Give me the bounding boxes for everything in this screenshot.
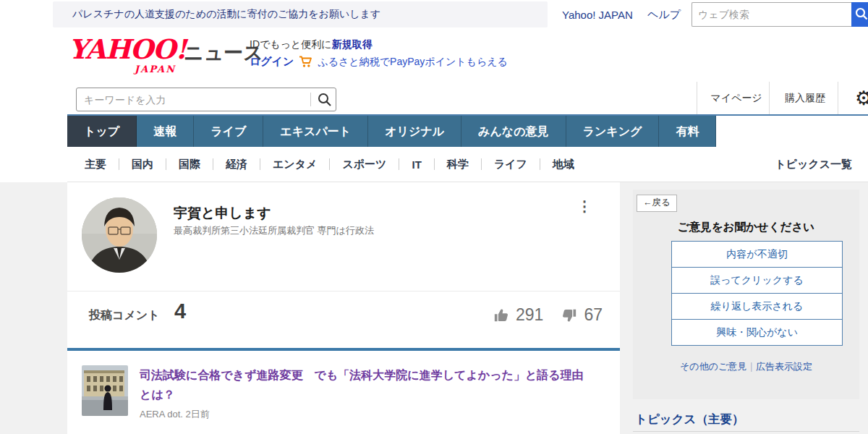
tab-expert[interactable]: エキスパート bbox=[263, 116, 368, 147]
section-accent-divider bbox=[67, 348, 620, 351]
feedback-heading: ご意見をお聞かせください bbox=[633, 220, 859, 235]
topics-divider bbox=[633, 431, 859, 432]
category-subnav: 主要 国内 国際 経済 エンタメ スポーツ IT 科学 ライフ 地域 トピックス… bbox=[67, 147, 868, 182]
subnav-divider bbox=[260, 158, 260, 170]
thumbs-down-icon bbox=[561, 307, 577, 323]
register-link[interactable]: 新規取得 bbox=[332, 38, 373, 50]
topics-main-heading[interactable]: トピックス（主要） bbox=[635, 412, 744, 427]
keyword-search-icon[interactable] bbox=[317, 92, 332, 107]
subnav-region[interactable]: 地域 bbox=[553, 158, 574, 171]
tab-paid[interactable]: 有料 bbox=[659, 116, 716, 147]
tab-live[interactable]: ライブ bbox=[194, 116, 263, 147]
purchase-history-link[interactable]: 購入履歴 bbox=[773, 82, 838, 115]
feedback-options: 内容が不適切 誤ってクリックする 繰り返し表示される 興味・関心がない bbox=[671, 241, 843, 346]
id-promo-text: IDでもっと便利に bbox=[250, 38, 332, 50]
ad-feedback-panel: ←戻る ご意見をお聞かせください 内容が不適切 誤ってクリックする 繰り返し表示… bbox=[633, 190, 859, 399]
subnav-domestic[interactable]: 国内 bbox=[132, 158, 153, 171]
feedback-footer-links: その他のご意見｜広告表示設定 bbox=[633, 360, 859, 373]
header-divider bbox=[697, 82, 697, 115]
tab-flash[interactable]: 速報 bbox=[137, 116, 194, 147]
card-divider bbox=[67, 291, 620, 292]
subnav-main[interactable]: 主要 bbox=[85, 158, 106, 171]
feedback-option-misclick[interactable]: 誤ってクリックする bbox=[671, 267, 843, 294]
subnav-divider bbox=[399, 158, 399, 170]
tab-ranking[interactable]: ランキング bbox=[566, 116, 660, 147]
main-tabbar: トップ 速報 ライブ エキスパート オリジナル みんなの意見 ランキング 有料 bbox=[67, 116, 716, 147]
article-title-link[interactable]: 司法試験に合格できず進路変更 でも「法科大学院に進学してよかった」と語る理由とは… bbox=[140, 365, 592, 404]
keyword-search-input[interactable] bbox=[76, 88, 336, 111]
subnav-divider bbox=[213, 158, 213, 170]
article-source-name: AERA dot. bbox=[140, 409, 183, 420]
reaction-totals: 291 67 bbox=[67, 305, 603, 325]
tab-top[interactable]: トップ bbox=[67, 116, 137, 147]
login-link[interactable]: ログイン bbox=[250, 55, 294, 69]
yahoo-logo[interactable]: YAHOO! bbox=[69, 33, 186, 65]
dislikes-count: 67 bbox=[584, 305, 603, 325]
header-divider bbox=[769, 82, 770, 115]
back-button[interactable]: ←戻る bbox=[637, 195, 677, 212]
paypay-promo-link[interactable]: ふるさと納税でPayPayポイントもらえる bbox=[318, 56, 508, 69]
ad-settings-link[interactable]: 広告表示設定 bbox=[756, 361, 812, 372]
donation-banner[interactable]: パレスチナの人道支援のための活動に寄付のご協力をお願いします bbox=[53, 1, 548, 27]
kebab-menu-icon[interactable]: ⋮ bbox=[574, 195, 595, 217]
article-thumbnail[interactable] bbox=[82, 365, 128, 416]
article-age: 2日前 bbox=[186, 409, 210, 420]
search-icon bbox=[854, 7, 868, 23]
subnav-divider bbox=[434, 158, 435, 170]
subnav-divider bbox=[166, 158, 166, 170]
login-row: ログイン ふるさと納税でPayPayポイントもらえる bbox=[250, 55, 508, 69]
help-link[interactable]: ヘルプ bbox=[647, 0, 681, 29]
avatar bbox=[82, 197, 157, 273]
commenter-profile-card: 宇賀と申します 最高裁判所第三小法廷所属裁判官 専門は行政法 ⋮ 投稿コメント … bbox=[67, 182, 620, 434]
id-promo: IDでもっと便利に新規取得 bbox=[250, 38, 373, 51]
feedback-links-divider: ｜ bbox=[746, 361, 756, 372]
web-search-button[interactable] bbox=[851, 2, 868, 27]
subnav-world[interactable]: 国際 bbox=[179, 158, 200, 171]
tab-opinions[interactable]: みんなの意見 bbox=[461, 116, 566, 147]
subnav-sports[interactable]: スポーツ bbox=[342, 158, 386, 171]
subnav-divider bbox=[481, 158, 482, 170]
gear-icon[interactable]: ⚙ bbox=[849, 84, 868, 113]
thumbs-up-icon bbox=[493, 307, 509, 323]
web-search-input[interactable] bbox=[692, 2, 851, 27]
search-input-divider bbox=[310, 93, 311, 106]
article-source: AERA dot. 2日前 bbox=[140, 408, 210, 421]
subnav-divider bbox=[119, 158, 119, 170]
subnav-science[interactable]: 科学 bbox=[447, 158, 469, 171]
tab-original[interactable]: オリジナル bbox=[368, 116, 461, 147]
commenter-description: 最高裁判所第三小法廷所属裁判官 専門は行政法 bbox=[174, 224, 374, 237]
commenter-name: 宇賀と申します bbox=[174, 204, 271, 223]
subnav-divider bbox=[329, 158, 330, 170]
subnav-economy[interactable]: 経済 bbox=[226, 158, 247, 171]
yahoo-japan-link[interactable]: Yahoo! JAPAN bbox=[562, 0, 633, 29]
other-feedback-link[interactable]: その他のご意見 bbox=[680, 361, 746, 372]
yahoo-logo-japan: JAPAN bbox=[135, 64, 176, 75]
likes-count: 291 bbox=[516, 305, 543, 325]
header-divider bbox=[838, 82, 838, 115]
topics-list-link[interactable]: トピックス一覧 bbox=[775, 158, 868, 171]
subnav-it[interactable]: IT bbox=[412, 158, 421, 171]
feedback-option-inappropriate[interactable]: 内容が不適切 bbox=[671, 241, 843, 268]
subnav-divider bbox=[540, 158, 540, 170]
my-page-link[interactable]: マイページ bbox=[704, 82, 769, 115]
subnav-life[interactable]: ライフ bbox=[494, 158, 527, 171]
subnav-entertainment[interactable]: エンタメ bbox=[273, 158, 317, 171]
feedback-option-not-interested[interactable]: 興味・関心がない bbox=[671, 319, 843, 346]
cart-icon bbox=[299, 56, 312, 68]
feedback-option-repeated[interactable]: 繰り返し表示される bbox=[671, 293, 843, 320]
